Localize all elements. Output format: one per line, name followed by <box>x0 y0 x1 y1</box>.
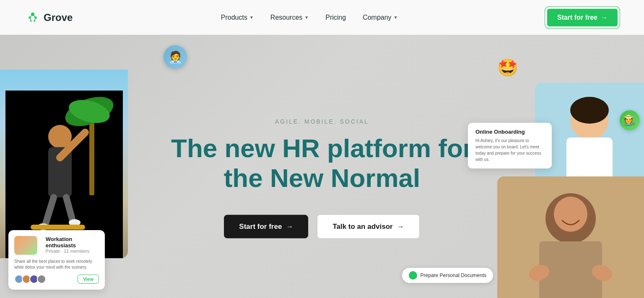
right-green-avatar: 🧑‍🌾 <box>620 110 640 130</box>
svg-point-27 <box>554 197 587 232</box>
resources-chevron-icon: ▼ <box>304 15 309 20</box>
products-chevron-icon: ▼ <box>249 15 254 20</box>
nav-products[interactable]: Products ▼ <box>221 14 254 21</box>
nav-resources[interactable]: Resources ▼ <box>270 14 309 21</box>
onboarding-card: Online Onboarding Hi Ashley, it's our pl… <box>468 123 552 168</box>
hero-advisor-button[interactable]: Talk to an advisor → <box>317 214 420 239</box>
prepare-docs-text: Prepare Personal Documents <box>421 272 486 278</box>
bottom-right-photo <box>497 176 644 298</box>
navbar: Grove Products ▼ Resources ▼ Pricing Com… <box>0 0 644 35</box>
hero-section: 🧑‍💼 <box>0 35 644 298</box>
top-right-emoji: 🤩 <box>497 58 518 78</box>
workation-card: Workation enthusiasts Private · 11 membe… <box>8 230 105 290</box>
hero-content: AGILE. MOBILE. SOCIAL The new HR platfor… <box>171 118 473 239</box>
onboarding-card-title: Online Onboarding <box>475 129 544 135</box>
navbar-cta: Start for free → <box>546 8 619 28</box>
svg-rect-20 <box>31 225 85 230</box>
hero-tagline: AGILE. MOBILE. SOCIAL <box>171 118 473 125</box>
green-status-dot <box>409 271 417 280</box>
hero-start-button[interactable]: Start for free → <box>224 215 308 238</box>
svg-point-24 <box>570 97 609 124</box>
workation-title: Workation enthusiasts <box>46 236 99 249</box>
nav-links: Products ▼ Resources ▼ Pricing Company ▼ <box>221 14 398 21</box>
grove-logo-icon <box>25 10 40 25</box>
logo-area: Grove <box>25 10 73 25</box>
navbar-cta-arrow-icon: → <box>601 14 608 21</box>
bottom-person-svg <box>497 176 644 298</box>
prepare-docs-bar: Prepare Personal Documents <box>402 268 493 283</box>
nav-pricing[interactable]: Pricing <box>325 14 346 21</box>
company-chevron-icon: ▼ <box>394 15 398 20</box>
hero-title-line1: The new HR platform for <box>171 134 473 163</box>
workation-description: Share all the best places to work remote… <box>14 259 99 270</box>
top-avatar-emoji: 🧑‍💼 <box>164 45 187 69</box>
hero-advisor-arrow-icon: → <box>397 222 404 231</box>
hero-buttons: Start for free → Talk to an advisor → <box>171 214 473 239</box>
hero-start-arrow-icon: → <box>286 222 293 231</box>
workation-view-button[interactable]: View <box>78 275 99 284</box>
avatar-group <box>14 275 44 284</box>
navbar-start-button[interactable]: Start for free → <box>546 8 619 28</box>
workation-subtitle: Private · 11 members <box>46 249 99 254</box>
workation-card-image <box>14 236 37 255</box>
hero-title: The new HR platform for the New Normal <box>171 133 473 193</box>
onboarding-card-text: Hi Ashley, it's our pleasure to welcome … <box>475 137 544 163</box>
hero-title-line2: the New Normal <box>224 163 421 192</box>
logo-text: Grove <box>44 12 73 23</box>
workation-footer: View <box>14 275 99 284</box>
floating-avatar-top: 🧑‍💼 <box>164 45 187 69</box>
avatar-4 <box>37 275 46 284</box>
nav-company[interactable]: Company ▼ <box>363 14 397 21</box>
